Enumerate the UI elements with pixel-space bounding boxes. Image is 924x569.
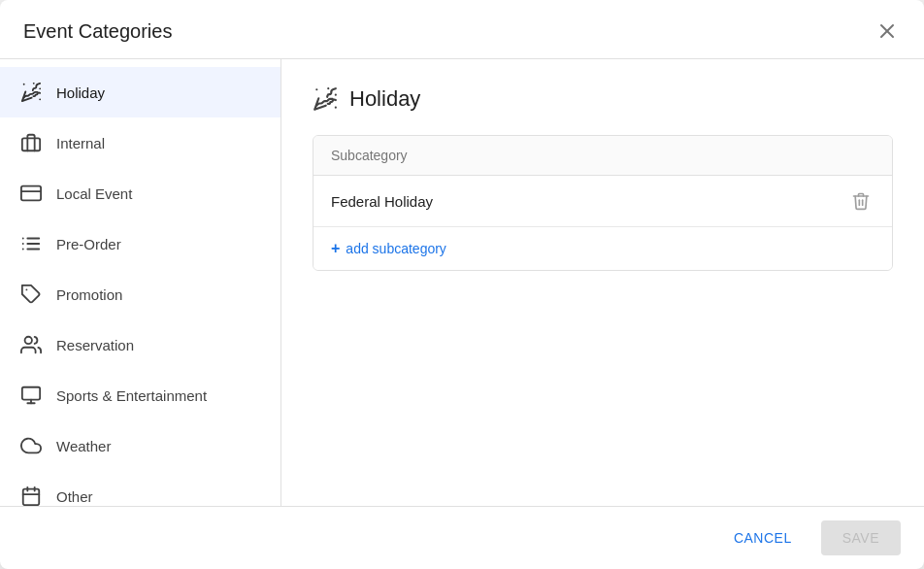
subcategory-section: Subcategory Federal Holiday xyxy=(313,135,893,271)
sidebar-item-sports-entertainment[interactable]: Sports & Entertainment xyxy=(0,370,280,420)
sports-icon xyxy=(19,384,43,407)
cancel-button[interactable]: CANCEL xyxy=(716,520,809,555)
add-subcategory-label: add subcategory xyxy=(346,241,446,256)
close-button[interactable] xyxy=(874,17,901,45)
dialog-footer: CANCEL SAVE xyxy=(0,506,924,569)
sidebar-item-sports-entertainment-label: Sports & Entertainment xyxy=(56,387,207,404)
svg-rect-13 xyxy=(22,387,40,400)
sidebar-item-pre-order-label: Pre-Order xyxy=(56,236,121,252)
sidebar: Holiday Internal xyxy=(0,59,281,506)
other-icon xyxy=(19,485,43,506)
svg-point-12 xyxy=(25,337,32,344)
sidebar-item-pre-order[interactable]: Pre-Order xyxy=(0,218,280,269)
panel-header: Holiday xyxy=(313,86,893,112)
sidebar-item-weather-label: Weather xyxy=(56,438,111,454)
subcategory-name: Federal Holiday xyxy=(331,193,433,210)
delete-subcategory-button[interactable] xyxy=(847,189,874,213)
sidebar-item-promotion-label: Promotion xyxy=(56,286,122,303)
internal-icon xyxy=(19,131,43,154)
save-button[interactable]: SAVE xyxy=(821,520,901,555)
sidebar-item-other-label: Other xyxy=(56,488,93,505)
add-subcategory-row[interactable]: + add subcategory xyxy=(314,227,892,270)
panel-holiday-icon xyxy=(313,86,338,112)
svg-rect-2 xyxy=(22,138,40,151)
sidebar-item-weather[interactable]: Weather xyxy=(0,420,280,471)
promotion-icon xyxy=(19,283,43,306)
sidebar-item-local-event-label: Local Event xyxy=(56,185,132,202)
svg-rect-3 xyxy=(21,186,41,201)
subcategory-row: Federal Holiday xyxy=(314,176,892,227)
dialog-body: Holiday Internal xyxy=(0,59,924,506)
panel-title: Holiday xyxy=(349,86,420,112)
subcategory-section-label: Subcategory xyxy=(314,136,892,176)
sidebar-item-holiday[interactable]: Holiday xyxy=(0,67,280,117)
dialog-title: Event Categories xyxy=(23,20,172,43)
party-icon xyxy=(19,81,43,104)
main-panel: Holiday Subcategory Federal Holiday xyxy=(281,59,924,506)
sidebar-item-internal[interactable]: Internal xyxy=(0,117,280,168)
svg-rect-16 xyxy=(23,489,40,506)
sidebar-item-other[interactable]: Other xyxy=(0,471,280,506)
pre-order-icon xyxy=(19,232,43,255)
sidebar-item-internal-label: Internal xyxy=(56,135,105,151)
add-icon: + xyxy=(331,240,340,257)
sidebar-item-reservation[interactable]: Reservation xyxy=(0,319,280,370)
close-icon xyxy=(877,21,897,41)
reservation-icon xyxy=(19,333,43,356)
sidebar-item-local-event[interactable]: Local Event xyxy=(0,168,280,218)
sidebar-item-promotion[interactable]: Promotion xyxy=(0,269,280,319)
local-event-icon xyxy=(19,182,43,205)
trash-icon xyxy=(851,191,871,211)
dialog-header: Event Categories xyxy=(0,0,924,59)
weather-icon xyxy=(19,434,43,457)
sidebar-item-holiday-label: Holiday xyxy=(56,84,105,101)
event-categories-dialog: Event Categories xyxy=(0,0,924,569)
sidebar-item-reservation-label: Reservation xyxy=(56,337,134,353)
